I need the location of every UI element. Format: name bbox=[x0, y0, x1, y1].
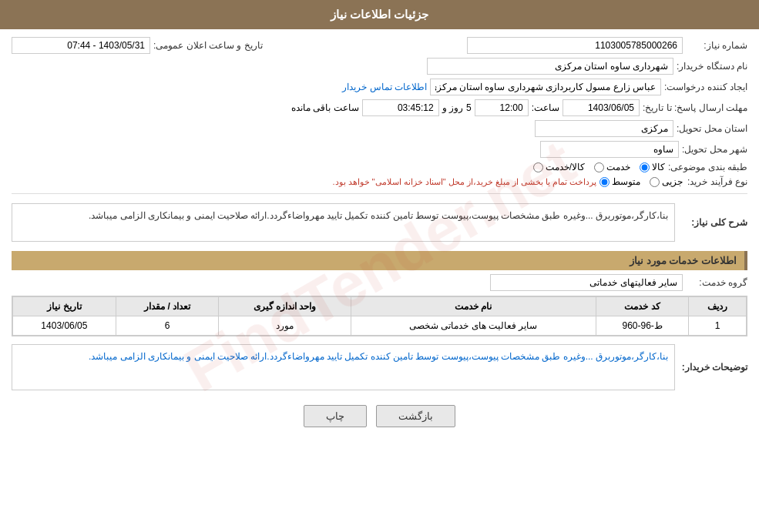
purchase-type-label: نوع فرآیند خرید: bbox=[686, 176, 747, 187]
category-label: طبقه بندی موضوعی: bbox=[668, 162, 747, 172]
need-number-label: شماره نیاز: bbox=[686, 40, 747, 51]
deadline-days-value: 5 bbox=[466, 102, 472, 113]
city-label: شهر محل تحویل: bbox=[682, 144, 747, 155]
purchase-type-label-motavasset: متوسط bbox=[612, 176, 640, 187]
deadline-remaining-label: ساعت باقی مانده bbox=[291, 102, 359, 113]
category-label-kala: کالا bbox=[652, 162, 665, 172]
category-row: طبقه بندی موضوعی: کالا/خدمت خدمت کالا bbox=[12, 162, 747, 172]
col-service-code: کد خدمت bbox=[596, 297, 688, 316]
purchase-type-radio-jozi[interactable] bbox=[650, 177, 660, 187]
services-table: ردیف کد خدمت نام خدمت واحد اندازه گیری ت… bbox=[12, 296, 747, 336]
table-row: 1 ط-96-960 سایر فعالیت های خدماتی شخصی م… bbox=[13, 316, 747, 336]
cell-service-code: ط-96-960 bbox=[596, 316, 688, 336]
back-button[interactable]: بازگشت bbox=[376, 405, 455, 427]
purchase-type-note: پرداخت تمام یا بخشی از مبلغ خرید،از محل … bbox=[332, 177, 596, 187]
category-radio-group: کالا/خدمت خدمت کالا bbox=[533, 162, 665, 172]
button-row: بازگشت چاپ bbox=[12, 405, 747, 427]
org-label: نام دستگاه خریدار: bbox=[677, 61, 747, 72]
category-option-khedmat[interactable]: خدمت bbox=[594, 162, 630, 172]
province-label: استان محل تحویل: bbox=[677, 123, 747, 134]
buyer-notes-row: توضیحات خریدار: بنا،کارگر،موتوربرق ...وغ… bbox=[12, 341, 747, 393]
category-label-khedmat: خدمت bbox=[606, 162, 630, 172]
purchase-type-label-jozi: جزیی bbox=[662, 176, 683, 187]
province-input bbox=[535, 120, 673, 137]
header-row: شماره نیاز: تاریخ و ساعت اعلان عمومی: bbox=[12, 37, 747, 54]
category-option-kala[interactable]: کالا bbox=[640, 162, 665, 172]
deadline-day-label: روز و bbox=[442, 102, 463, 113]
org-input[interactable] bbox=[427, 58, 673, 75]
deadline-row: مهلت ارسال پاسخ: تا تاریخ: ساعت: 5 روز و… bbox=[12, 99, 747, 116]
deadline-remaining-input bbox=[362, 99, 439, 116]
contact-link[interactable]: اطلاعات تماس خریدار bbox=[342, 82, 427, 92]
deadline-date-input bbox=[563, 99, 640, 116]
col-quantity: تعداد / مقدار bbox=[116, 297, 219, 316]
service-group-row: گروه خدمت: bbox=[12, 274, 747, 291]
category-radio-kala-khedmat[interactable] bbox=[533, 162, 543, 172]
cell-row-num: 1 bbox=[689, 316, 747, 336]
city-row: شهر محل تحویل: bbox=[12, 141, 747, 158]
services-table-wrapper: ردیف کد خدمت نام خدمت واحد اندازه گیری ت… bbox=[12, 296, 747, 336]
category-radio-kala[interactable] bbox=[640, 162, 650, 172]
buyer-notes-text: بنا،کارگر،موتوربرق ...وغیره طبق مشخصات پ… bbox=[12, 344, 675, 390]
purchase-type-option-jozi[interactable]: جزیی bbox=[650, 176, 683, 187]
general-desc-text: بنا،کارگر،موتوربرق ...وغیره طبق مشخصات پ… bbox=[12, 203, 675, 242]
deadline-time-label: ساعت: bbox=[532, 102, 559, 113]
col-service-name: نام خدمت bbox=[351, 297, 596, 316]
col-date: تاریخ نیاز bbox=[13, 297, 116, 316]
general-desc-label: شرح کلی نیاز: bbox=[678, 217, 747, 228]
cell-date-needed: 1403/06/05 bbox=[13, 316, 116, 336]
creator-input bbox=[430, 79, 661, 95]
category-label-kala-khedmat: کالا/خدمت bbox=[546, 162, 585, 172]
deadline-label: مهلت ارسال پاسخ: تا تاریخ: bbox=[643, 102, 747, 113]
service-group-input bbox=[490, 274, 683, 291]
province-row: استان محل تحویل: bbox=[12, 120, 747, 137]
creator-row: ایجاد کننده درخواست: اطلاعات تماس خریدار bbox=[12, 79, 747, 95]
cell-quantity: 6 bbox=[116, 316, 219, 336]
purchase-type-row: نوع فرآیند خرید: متوسط جزیی پرداخت تمام … bbox=[12, 176, 747, 187]
org-row: نام دستگاه خریدار: bbox=[12, 58, 747, 75]
purchase-type-option-motavasset[interactable]: متوسط bbox=[599, 176, 640, 187]
cell-unit: مورد bbox=[219, 316, 351, 336]
city-input bbox=[540, 141, 679, 158]
deadline-time-input bbox=[475, 99, 529, 116]
need-number-input[interactable] bbox=[467, 37, 683, 54]
general-desc-row: شرح کلی نیاز: بنا،کارگر،موتوربرق ...وغیر… bbox=[12, 200, 747, 245]
services-section-title: اطلاعات خدمات مورد نیاز bbox=[12, 251, 747, 270]
category-option-kala-khedmat[interactable]: کالا/خدمت bbox=[533, 162, 585, 172]
col-unit: واحد اندازه گیری bbox=[219, 297, 351, 316]
col-row-num: ردیف bbox=[689, 297, 747, 316]
page-title: جزئیات اطلاعات نیاز bbox=[0, 0, 759, 29]
purchase-type-radio-group: متوسط جزیی bbox=[599, 176, 683, 187]
announcement-date-label: تاریخ و ساعت اعلان عمومی: bbox=[153, 40, 263, 51]
print-button[interactable]: چاپ bbox=[304, 405, 367, 427]
announcement-date-input bbox=[12, 37, 150, 54]
category-radio-khedmat[interactable] bbox=[594, 162, 604, 172]
buyer-notes-label: توضیحات خریدار: bbox=[678, 362, 747, 373]
service-group-label: گروه خدمت: bbox=[686, 277, 747, 288]
purchase-type-radio-motavasset[interactable] bbox=[599, 177, 610, 187]
cell-service-name: سایر فعالیت های خدماتی شخصی bbox=[351, 316, 596, 336]
creator-label: ایجاد کننده درخواست: bbox=[664, 82, 747, 92]
